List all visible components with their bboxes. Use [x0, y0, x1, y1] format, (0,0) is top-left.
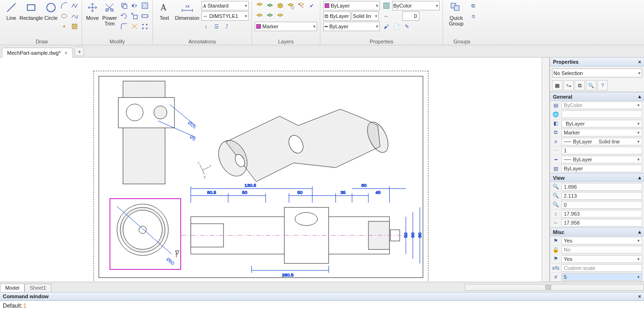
- weight-icon[interactable]: [392, 11, 401, 21]
- close-icon[interactable]: ×: [638, 59, 641, 65]
- prop-color[interactable]: ▤ ByColor▾: [550, 101, 644, 110]
- quickgroup-tool[interactable]: Quick Group: [446, 1, 467, 26]
- line-tool[interactable]: Line: [5, 1, 18, 21]
- prop-lineweight[interactable]: ━ ──ByLayer▾: [550, 155, 644, 164]
- prop-misc-3[interactable]: ⚑Yes▾: [550, 255, 644, 264]
- collapse-icon: ▴: [638, 229, 641, 235]
- rotate-icon[interactable]: [119, 11, 129, 21]
- fillet-icon[interactable]: [119, 22, 129, 31]
- sheet-tab-model[interactable]: Model: [0, 284, 25, 292]
- list-icon[interactable]: 📄: [392, 22, 401, 31]
- spline-icon[interactable]: [70, 11, 79, 21]
- layer-btn-7[interactable]: [255, 11, 264, 21]
- prop-linetype-combo[interactable]: Solid lin ▾: [351, 11, 379, 21]
- vscrollbar[interactable]: [542, 58, 549, 282]
- polyline-icon[interactable]: [70, 1, 79, 10]
- layer-btn-4[interactable]: [286, 1, 295, 10]
- anno-tool-1[interactable]: ↕: [201, 22, 211, 31]
- layer-btn-6[interactable]: ✔: [307, 1, 316, 10]
- filter-icon[interactable]: 🔍: [586, 80, 596, 91]
- layer-btn-1[interactable]: [255, 1, 264, 10]
- svg-line-37: [200, 164, 202, 170]
- width-icon: ↔: [552, 219, 560, 226]
- prop-layer[interactable]: ⧉ Marker▾: [550, 128, 644, 137]
- prop-layer-combo[interactable]: ⧉ ByLayer: [323, 11, 351, 21]
- prop-ltscale[interactable]: ⋯ 1: [550, 146, 644, 155]
- layer-icon: ⧉: [552, 129, 560, 136]
- dimstyle-combo[interactable]: ↔ DIMSTYLE1 ▾: [201, 11, 249, 21]
- copy-icon[interactable]: [119, 1, 129, 10]
- close-icon[interactable]: ×: [638, 293, 641, 299]
- layer-btn-3[interactable]: [276, 1, 285, 10]
- anno-tool-2[interactable]: ☰: [212, 22, 221, 31]
- document-tab[interactable]: MechPart-sample.dwg* ×: [2, 48, 73, 58]
- powertrim-tool[interactable]: Power Trim: [102, 1, 117, 26]
- plotcolor-combo[interactable]: ByColor ▾: [392, 1, 440, 10]
- rectangle-tool[interactable]: Rectangle: [20, 1, 42, 21]
- prop-view-1[interactable]: 🔍1.896: [550, 182, 644, 191]
- prop-misc-5[interactable]: #5▾: [550, 273, 644, 282]
- prop-view-4[interactable]: ↕17.963: [550, 209, 644, 218]
- offset-icon[interactable]: [140, 1, 150, 10]
- new-tab-button[interactable]: ＋: [75, 47, 84, 56]
- weight-input[interactable]: 0: [402, 11, 419, 21]
- prop-misc-1[interactable]: ⚑Yes▾: [550, 236, 644, 245]
- scale-icon[interactable]: [130, 11, 139, 21]
- layer-btn-2[interactable]: [265, 1, 275, 10]
- section-general[interactable]: General▴: [550, 92, 644, 101]
- quickselect-icon[interactable]: ⮑: [563, 80, 574, 91]
- svg-text:x: x: [209, 164, 211, 168]
- anno-tool-3[interactable]: ⤴: [222, 22, 232, 31]
- match-icon[interactable]: 🖌: [382, 22, 391, 31]
- region-icon[interactable]: [70, 22, 79, 31]
- svg-rect-9: [123, 5, 127, 8]
- prop-misc-2[interactable]: 🔒No: [550, 245, 644, 254]
- prop-lineweight-combo[interactable]: ━ ByLayer ▾: [323, 22, 380, 31]
- prop-color-combo[interactable]: ByLayer ▾: [323, 1, 380, 10]
- svg-text:80: 80: [361, 183, 367, 188]
- ungroup-icon[interactable]: ⧈: [468, 11, 478, 21]
- dimension-tool[interactable]: xx Dimension: [175, 1, 200, 21]
- prop-misc-4[interactable]: x%Custom scale: [550, 264, 644, 273]
- text-tool[interactable]: A Text: [156, 1, 173, 21]
- layer-btn-9[interactable]: [276, 11, 285, 21]
- prop-layercolor[interactable]: ◧ ByLayer▾: [550, 119, 644, 128]
- mirror-icon[interactable]: [130, 1, 139, 10]
- prop-linetype[interactable]: ≡ ──ByLayer Solid line▾: [550, 137, 644, 146]
- paper-sheet: Ø25 Ø5: [93, 71, 428, 282]
- active-layer-combo[interactable]: Marker ▾: [255, 22, 317, 31]
- prop-hyperlink[interactable]: 🌐: [550, 110, 644, 119]
- zoom-icon: 🔍: [552, 192, 560, 200]
- stretch-icon[interactable]: [140, 11, 150, 21]
- prop-view-5[interactable]: ↔17.958: [550, 218, 644, 227]
- circle-tool[interactable]: Circle: [44, 1, 58, 21]
- ellipse-icon[interactable]: [59, 11, 69, 21]
- plotstyle-icon[interactable]: [382, 1, 391, 10]
- selection-combo[interactable]: No Selection ▾: [552, 68, 642, 77]
- move-tool[interactable]: Move: [85, 1, 100, 21]
- section-view[interactable]: View▴: [550, 173, 644, 182]
- hscrollbar[interactable]: [465, 284, 644, 291]
- command-input[interactable]: Default: 1: [0, 301, 644, 310]
- toggle-pick-icon[interactable]: ▦: [552, 80, 562, 91]
- arc-icon[interactable]: [59, 1, 69, 10]
- measure-icon[interactable]: ↔: [382, 11, 391, 21]
- editgroup-icon[interactable]: ⧉: [468, 1, 478, 10]
- calc-icon[interactable]: ⧉: [575, 80, 585, 91]
- sheet-tab-sheet1[interactable]: Sheet1: [25, 284, 51, 292]
- drawing-canvas[interactable]: Ø25 Ø5: [0, 58, 550, 282]
- array-icon[interactable]: [140, 22, 150, 31]
- prop-view-3[interactable]: 🔍0: [550, 201, 644, 209]
- svg-point-27: [154, 106, 167, 119]
- help-icon[interactable]: ?: [597, 80, 608, 91]
- layer-btn-5[interactable]: [296, 1, 306, 10]
- layer-btn-8[interactable]: [265, 11, 275, 21]
- clean-icon[interactable]: ✎: [402, 22, 412, 31]
- prop-plotstyle[interactable]: ▨ ByLayer: [550, 164, 644, 173]
- textstyle-combo[interactable]: 𝑨 Standard ▾: [201, 1, 249, 10]
- prop-view-2[interactable]: 🔍2.113: [550, 192, 644, 201]
- point-icon[interactable]: [59, 22, 69, 31]
- close-icon[interactable]: ×: [65, 50, 67, 56]
- explode-icon[interactable]: [130, 22, 139, 31]
- section-misc[interactable]: Misc▴: [550, 227, 644, 236]
